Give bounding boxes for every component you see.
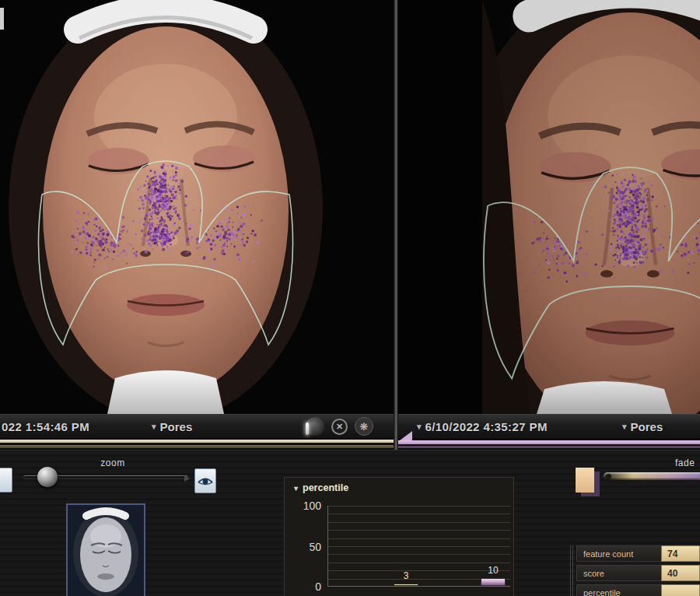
chevron-down-icon: ▾ [152, 422, 156, 432]
visia-compare-screen: 022 1:54:46 PM ▾ Pores ✕ ❋ [0, 0, 700, 596]
percentile-chart-box: ▾ percentile 100 50 0 3 10 [284, 477, 514, 596]
right-face-photo [398, 0, 700, 414]
left-feature-dropdown[interactable]: ▾ Pores [152, 420, 192, 433]
processing-icon[interactable]: ❋ [355, 417, 373, 436]
ytick-0: 0 [287, 580, 321, 593]
stat-label: feature count [576, 545, 661, 562]
stat-value [661, 584, 700, 596]
control-panel: zoom [0, 450, 700, 596]
patient-thumbnail[interactable] [66, 503, 145, 596]
right-feature-dropdown[interactable]: ▾ Pores [622, 420, 663, 433]
right-selection-underline [398, 438, 700, 450]
chevron-down-icon: ▾ [417, 422, 422, 432]
left-toolbar-icons: ✕ ❋ [306, 417, 373, 436]
compare-split-icon[interactable] [306, 417, 324, 436]
stat-value: 74 [661, 545, 700, 562]
table-row-feature-count: feature count 74 [576, 545, 700, 562]
table-row-score: score 40 [576, 565, 700, 581]
fade-slider-knob[interactable] [606, 474, 611, 479]
percentile-header[interactable]: ▾ percentile [294, 482, 348, 493]
eye-icon [197, 475, 214, 487]
eye-preview-button[interactable] [194, 468, 216, 493]
stats-table: feature count 74 score 40 percentile [570, 545, 700, 596]
right-capture-dropdown[interactable]: ▾ 6/10/2022 4:35:27 PM [417, 420, 548, 433]
left-image-toolbar: 022 1:54:46 PM ▾ Pores ✕ ❋ [0, 414, 394, 438]
left-capture-timestamp: 022 1:54:46 PM [2, 420, 89, 433]
percentile-title: percentile [303, 482, 348, 493]
stat-label: percentile [576, 584, 661, 596]
chevron-down-icon: ▾ [622, 422, 627, 432]
zoom-label: zoom [74, 458, 152, 468]
edge-tool-button[interactable] [0, 468, 12, 493]
thumbnail-face [68, 505, 144, 596]
right-image-toolbar: ▾ 6/10/2022 4:35:27 PM ▾ Pores [398, 414, 700, 438]
table-row-percentile: percentile [576, 584, 700, 596]
ytick-50: 50 [287, 541, 321, 553]
right-capture-panel: ▾ 6/10/2022 4:35:27 PM ▾ Pores [398, 0, 700, 450]
left-selection-underline [0, 438, 394, 450]
zoom-slider-knob[interactable] [37, 467, 58, 487]
stat-label: score [576, 565, 661, 581]
right-feature-label: Pores [631, 420, 663, 433]
fade-color-swatch[interactable] [576, 468, 594, 493]
percentile-plot: 3 10 [327, 506, 510, 587]
right-image-viewport[interactable] [398, 0, 700, 414]
chevron-down-icon: ▾ [294, 484, 298, 493]
left-image-viewport[interactable] [0, 0, 394, 414]
fade-slider-track[interactable] [604, 472, 700, 480]
right-capture-timestamp: 6/10/2022 4:35:27 PM [425, 420, 548, 433]
left-capture-panel: 022 1:54:46 PM ▾ Pores ✕ ❋ [0, 0, 394, 450]
close-circle-icon[interactable]: ✕ [331, 419, 348, 435]
left-face-photo [0, 0, 394, 414]
stat-value: 40 [661, 565, 700, 581]
fade-label: fade [675, 458, 695, 468]
ytick-100: 100 [287, 500, 321, 512]
left-feature-label: Pores [160, 420, 193, 433]
